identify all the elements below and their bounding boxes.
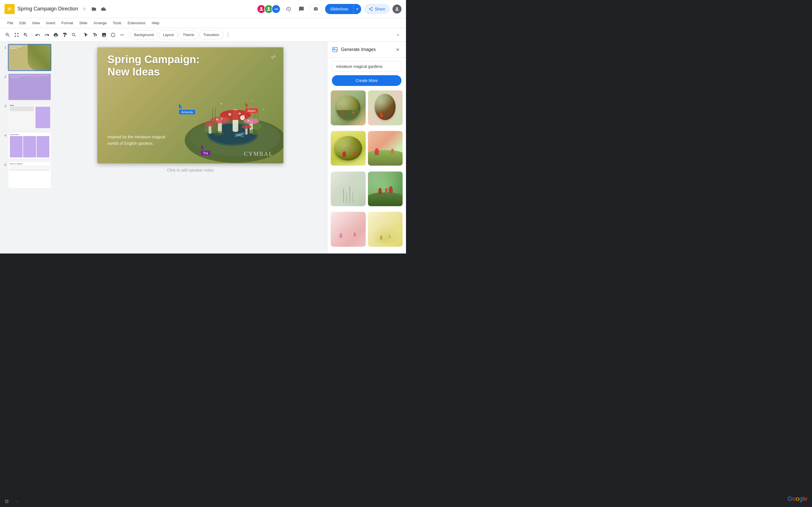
slide-item-4[interactable]: 4 Key Deliverables bbox=[2, 132, 51, 159]
svg-point-43 bbox=[213, 131, 223, 135]
menu-view[interactable]: View bbox=[29, 20, 43, 26]
generated-image-4[interactable] bbox=[368, 131, 403, 166]
menu-format[interactable]: Format bbox=[59, 20, 76, 26]
select-tool[interactable] bbox=[82, 31, 90, 40]
menu-extensions[interactable]: Extensions bbox=[125, 20, 149, 26]
slide-thumbnail-3[interactable]: Goals bbox=[8, 103, 51, 130]
svg-point-42 bbox=[249, 129, 261, 135]
generate-images-header: Generate Images ✕ bbox=[327, 42, 406, 58]
share-button[interactable]: Share bbox=[364, 4, 390, 14]
generate-images-icon bbox=[332, 47, 338, 53]
generate-images-title: Generate Images bbox=[341, 47, 391, 52]
title-bar: Spring Campaign Direction ☆ +4 bbox=[0, 0, 406, 18]
star-button[interactable]: ☆ bbox=[80, 5, 88, 13]
folder-button[interactable] bbox=[90, 5, 98, 13]
transition-button[interactable]: Transition bbox=[199, 31, 223, 40]
theme-button[interactable]: Theme bbox=[179, 31, 198, 40]
slideshow-dropdown-button[interactable]: ▾ bbox=[353, 4, 361, 14]
generated-image-3[interactable] bbox=[331, 131, 366, 166]
main-slide-canvas[interactable]: Spring Campaign: New Ideas Inspired by t… bbox=[97, 47, 283, 163]
speaker-notes-area[interactable]: Click to add speaker notes bbox=[159, 163, 222, 177]
image-tool[interactable] bbox=[100, 31, 108, 40]
close-panel-button[interactable]: ✕ bbox=[394, 46, 402, 54]
slides-panel: 1 Spring CampaignNew Ideas 2 A campaign … bbox=[0, 42, 54, 253]
redo-button[interactable] bbox=[43, 31, 51, 40]
slide-item-1[interactable]: 1 Spring CampaignNew Ideas bbox=[2, 44, 51, 71]
zoom-select-button[interactable] bbox=[70, 31, 78, 40]
document-title[interactable]: Spring Campaign Direction bbox=[17, 6, 78, 12]
user-profile-button[interactable] bbox=[393, 4, 402, 13]
svg-point-41 bbox=[241, 125, 252, 129]
slide-item-5[interactable]: 5 Milestones + Highlights bbox=[2, 161, 51, 188]
generated-image-1[interactable] bbox=[331, 91, 366, 125]
menu-slide[interactable]: Slide bbox=[77, 20, 90, 26]
slide-number-3: 3 bbox=[2, 103, 6, 108]
slide-item-2[interactable]: 2 A campaign full of fresh botanical ill… bbox=[2, 73, 51, 100]
generated-image-5[interactable] bbox=[331, 172, 366, 207]
svg-rect-9 bbox=[120, 35, 124, 35]
menu-file[interactable]: File bbox=[4, 20, 16, 26]
svg-point-25 bbox=[221, 118, 223, 120]
generated-image-8[interactable] bbox=[368, 212, 403, 247]
create-more-button[interactable]: Create More bbox=[332, 75, 402, 86]
cursor-label-raj: Raj bbox=[201, 151, 210, 155]
generated-image-7[interactable] bbox=[331, 212, 366, 247]
paint-format-button[interactable] bbox=[61, 31, 69, 40]
header-right: +4 Slideshow ▾ Share bbox=[257, 4, 402, 14]
slide-number-2: 2 bbox=[2, 73, 6, 78]
toolbar-separator-2 bbox=[80, 32, 80, 38]
image-search-input[interactable] bbox=[332, 61, 402, 72]
shapes-tool[interactable] bbox=[109, 31, 117, 40]
menu-tools[interactable]: Tools bbox=[110, 20, 124, 26]
background-button[interactable]: Background bbox=[130, 31, 158, 40]
canvas-area: Spring Campaign: New Ideas Inspired by t… bbox=[54, 42, 327, 253]
svg-point-47 bbox=[204, 112, 205, 113]
menu-arrange[interactable]: Arrange bbox=[91, 20, 109, 26]
slide-number-5: 5 bbox=[2, 161, 6, 166]
zoom-fit-button[interactable] bbox=[12, 31, 21, 40]
undo-button[interactable] bbox=[34, 31, 42, 40]
slide-thumbnail-2[interactable]: A campaign full of fresh botanical illus… bbox=[8, 73, 51, 100]
history-button[interactable] bbox=[283, 4, 294, 14]
svg-point-20 bbox=[239, 112, 241, 115]
cloud-save-button[interactable] bbox=[100, 5, 107, 13]
extra-collaborators-badge[interactable]: +4 bbox=[271, 4, 281, 13]
svg-point-8 bbox=[111, 33, 115, 37]
menu-insert[interactable]: Insert bbox=[43, 20, 58, 26]
slide-number-4: 4 bbox=[2, 132, 6, 137]
cursor-label-amanda: Amanda bbox=[179, 110, 195, 114]
menu-help[interactable]: Help bbox=[149, 20, 162, 26]
slideshow-button-group: Slideshow ▾ bbox=[325, 4, 361, 14]
title-icons: ☆ bbox=[80, 5, 107, 13]
comments-button[interactable] bbox=[296, 4, 306, 14]
menu-edit[interactable]: Edit bbox=[17, 20, 29, 26]
slide-item-3[interactable]: 3 Goals bbox=[2, 103, 51, 130]
generated-images-grid bbox=[327, 91, 406, 253]
camera-button[interactable] bbox=[309, 4, 322, 14]
print-button[interactable] bbox=[52, 31, 60, 40]
svg-rect-2 bbox=[8, 9, 11, 9]
zoom-out-button[interactable] bbox=[3, 31, 12, 40]
slide-thumbnail-5[interactable]: Milestones + Highlights bbox=[8, 161, 51, 188]
toolbar-collapse-button[interactable] bbox=[394, 31, 403, 40]
layout-button[interactable]: Layout bbox=[158, 31, 178, 40]
cursor-label-adam: Adam bbox=[245, 108, 258, 113]
generated-image-2[interactable] bbox=[368, 91, 403, 125]
svg-point-19 bbox=[229, 113, 231, 116]
svg-point-24 bbox=[216, 118, 218, 121]
slideshow-button[interactable]: Slideshow bbox=[325, 4, 353, 14]
svg-point-5 bbox=[267, 7, 269, 9]
slide-number-1: 1 bbox=[2, 44, 6, 49]
svg-rect-3 bbox=[8, 10, 10, 10]
text-box-tool[interactable] bbox=[91, 31, 99, 40]
cursor-adam: Adam bbox=[245, 102, 250, 108]
toolbar: Background Layout Theme Transition ⋮ bbox=[0, 28, 406, 42]
slide-thumbnail-4[interactable]: Key Deliverables bbox=[8, 132, 51, 159]
cursor-amanda: Amanda bbox=[179, 104, 184, 109]
svg-rect-1 bbox=[8, 8, 11, 8]
generated-image-6[interactable] bbox=[368, 172, 403, 207]
more-options-button[interactable]: ⋮ bbox=[224, 31, 232, 40]
line-tool[interactable] bbox=[118, 31, 126, 40]
slide-thumbnail-1[interactable]: Spring CampaignNew Ideas bbox=[8, 44, 51, 71]
zoom-in-button[interactable] bbox=[21, 31, 30, 40]
